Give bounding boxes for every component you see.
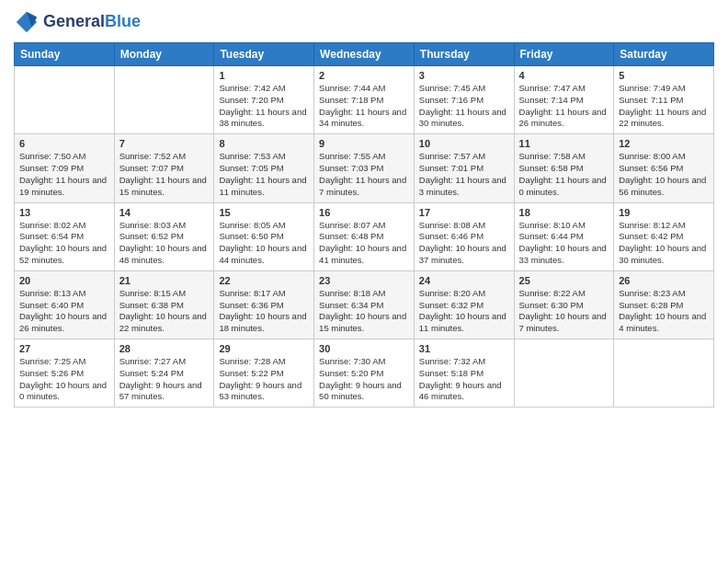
week-row-3: 20Sunrise: 8:13 AM Sunset: 6:40 PM Dayli… (15, 270, 714, 339)
day-cell: 9Sunrise: 7:55 AM Sunset: 7:03 PM Daylig… (314, 134, 415, 202)
day-number: 2 (319, 70, 409, 81)
day-cell: 16Sunrise: 8:07 AM Sunset: 6:48 PM Dayli… (314, 202, 415, 270)
page: GeneralBlue SundayMondayTuesdayWednesday… (0, 0, 728, 563)
day-cell (114, 66, 214, 134)
day-cell: 23Sunrise: 8:18 AM Sunset: 6:34 PM Dayli… (314, 270, 415, 339)
day-number: 22 (219, 275, 309, 286)
day-info: Sunrise: 8:08 AM Sunset: 6:46 PM Dayligh… (419, 220, 509, 267)
day-number: 3 (419, 70, 509, 81)
day-info: Sunrise: 8:03 AM Sunset: 6:52 PM Dayligh… (119, 220, 210, 267)
weekday-header-sunday: Sunday (15, 43, 115, 66)
day-cell: 6Sunrise: 7:50 AM Sunset: 7:09 PM Daylig… (15, 134, 115, 202)
day-info: Sunrise: 7:45 AM Sunset: 7:16 PM Dayligh… (419, 83, 509, 130)
day-number: 30 (319, 343, 409, 354)
day-number: 29 (219, 343, 309, 354)
day-cell (15, 66, 115, 134)
day-info: Sunrise: 8:02 AM Sunset: 6:54 PM Dayligh… (19, 220, 109, 267)
day-info: Sunrise: 7:53 AM Sunset: 7:05 PM Dayligh… (219, 151, 309, 198)
day-info: Sunrise: 8:23 AM Sunset: 6:28 PM Dayligh… (619, 288, 709, 335)
day-info: Sunrise: 7:57 AM Sunset: 7:01 PM Dayligh… (419, 151, 509, 198)
day-cell: 7Sunrise: 7:52 AM Sunset: 7:07 PM Daylig… (114, 134, 214, 202)
day-cell: 14Sunrise: 8:03 AM Sunset: 6:52 PM Dayli… (114, 202, 214, 270)
day-info: Sunrise: 7:55 AM Sunset: 7:03 PM Dayligh… (319, 151, 409, 198)
day-cell: 27Sunrise: 7:25 AM Sunset: 5:26 PM Dayli… (15, 339, 115, 408)
day-info: Sunrise: 8:10 AM Sunset: 6:44 PM Dayligh… (519, 220, 609, 267)
day-info: Sunrise: 8:13 AM Sunset: 6:40 PM Dayligh… (19, 288, 109, 335)
day-number: 27 (19, 343, 109, 354)
logo-icon (14, 9, 40, 35)
day-info: Sunrise: 7:58 AM Sunset: 6:58 PM Dayligh… (519, 151, 609, 198)
weekday-header-saturday: Saturday (614, 43, 714, 66)
day-number: 20 (19, 275, 109, 286)
day-info: Sunrise: 8:05 AM Sunset: 6:50 PM Dayligh… (219, 220, 309, 267)
day-number: 4 (519, 70, 609, 81)
day-cell: 8Sunrise: 7:53 AM Sunset: 7:05 PM Daylig… (214, 134, 314, 202)
day-number: 7 (119, 138, 210, 149)
day-number: 24 (419, 275, 509, 286)
day-info: Sunrise: 8:15 AM Sunset: 6:38 PM Dayligh… (119, 288, 210, 335)
day-number: 23 (319, 275, 409, 286)
day-cell: 30Sunrise: 7:30 AM Sunset: 5:20 PM Dayli… (314, 339, 415, 408)
day-info: Sunrise: 7:42 AM Sunset: 7:20 PM Dayligh… (219, 83, 309, 130)
day-number: 21 (119, 275, 210, 286)
day-number: 25 (519, 275, 609, 286)
day-number: 11 (519, 138, 609, 149)
day-cell: 25Sunrise: 8:22 AM Sunset: 6:30 PM Dayli… (514, 270, 614, 339)
day-cell: 28Sunrise: 7:27 AM Sunset: 5:24 PM Dayli… (114, 339, 214, 408)
day-number: 14 (119, 207, 210, 218)
day-info: Sunrise: 7:44 AM Sunset: 7:18 PM Dayligh… (319, 83, 409, 130)
day-number: 6 (19, 138, 109, 149)
day-number: 8 (219, 138, 309, 149)
day-cell: 13Sunrise: 8:02 AM Sunset: 6:54 PM Dayli… (15, 202, 115, 270)
day-cell: 17Sunrise: 8:08 AM Sunset: 6:46 PM Dayli… (414, 202, 514, 270)
weekday-header-row: SundayMondayTuesdayWednesdayThursdayFrid… (15, 43, 714, 66)
day-info: Sunrise: 8:20 AM Sunset: 6:32 PM Dayligh… (419, 288, 509, 335)
day-cell: 22Sunrise: 8:17 AM Sunset: 6:36 PM Dayli… (214, 270, 314, 339)
day-cell: 19Sunrise: 8:12 AM Sunset: 6:42 PM Dayli… (614, 202, 714, 270)
day-info: Sunrise: 8:22 AM Sunset: 6:30 PM Dayligh… (519, 288, 609, 335)
day-number: 19 (619, 207, 709, 218)
day-number: 13 (19, 207, 109, 218)
day-number: 17 (419, 207, 509, 218)
day-number: 10 (419, 138, 509, 149)
day-cell: 31Sunrise: 7:32 AM Sunset: 5:18 PM Dayli… (414, 339, 514, 408)
day-info: Sunrise: 7:32 AM Sunset: 5:18 PM Dayligh… (419, 356, 509, 403)
day-cell: 11Sunrise: 7:58 AM Sunset: 6:58 PM Dayli… (514, 134, 614, 202)
week-row-0: 1Sunrise: 7:42 AM Sunset: 7:20 PM Daylig… (15, 66, 714, 134)
day-number: 16 (319, 207, 409, 218)
weekday-header-thursday: Thursday (414, 43, 514, 66)
day-info: Sunrise: 8:00 AM Sunset: 6:56 PM Dayligh… (619, 151, 709, 198)
day-cell: 21Sunrise: 8:15 AM Sunset: 6:38 PM Dayli… (114, 270, 214, 339)
day-number: 5 (619, 70, 709, 81)
day-info: Sunrise: 8:07 AM Sunset: 6:48 PM Dayligh… (319, 220, 409, 267)
weekday-header-monday: Monday (114, 43, 214, 66)
day-cell (614, 339, 714, 408)
day-info: Sunrise: 8:12 AM Sunset: 6:42 PM Dayligh… (619, 220, 709, 267)
day-info: Sunrise: 7:30 AM Sunset: 5:20 PM Dayligh… (319, 356, 409, 403)
day-info: Sunrise: 7:50 AM Sunset: 7:09 PM Dayligh… (19, 151, 109, 198)
day-number: 1 (219, 70, 309, 81)
logo-text: GeneralBlue (43, 13, 141, 31)
day-cell: 4Sunrise: 7:47 AM Sunset: 7:14 PM Daylig… (514, 66, 614, 134)
weekday-header-friday: Friday (514, 43, 614, 66)
day-info: Sunrise: 7:28 AM Sunset: 5:22 PM Dayligh… (219, 356, 309, 403)
week-row-2: 13Sunrise: 8:02 AM Sunset: 6:54 PM Dayli… (15, 202, 714, 270)
day-number: 12 (619, 138, 709, 149)
day-info: Sunrise: 7:47 AM Sunset: 7:14 PM Dayligh… (519, 83, 609, 130)
day-cell: 24Sunrise: 8:20 AM Sunset: 6:32 PM Dayli… (414, 270, 514, 339)
day-info: Sunrise: 8:17 AM Sunset: 6:36 PM Dayligh… (219, 288, 309, 335)
day-number: 26 (619, 275, 709, 286)
day-info: Sunrise: 7:52 AM Sunset: 7:07 PM Dayligh… (119, 151, 210, 198)
week-row-1: 6Sunrise: 7:50 AM Sunset: 7:09 PM Daylig… (15, 134, 714, 202)
day-cell: 18Sunrise: 8:10 AM Sunset: 6:44 PM Dayli… (514, 202, 614, 270)
calendar: SundayMondayTuesdayWednesdayThursdayFrid… (14, 42, 714, 408)
day-cell: 2Sunrise: 7:44 AM Sunset: 7:18 PM Daylig… (314, 66, 415, 134)
day-cell (514, 339, 614, 408)
day-cell: 15Sunrise: 8:05 AM Sunset: 6:50 PM Dayli… (214, 202, 314, 270)
day-cell: 5Sunrise: 7:49 AM Sunset: 7:11 PM Daylig… (614, 66, 714, 134)
day-info: Sunrise: 7:25 AM Sunset: 5:26 PM Dayligh… (19, 356, 109, 403)
day-number: 9 (319, 138, 409, 149)
day-number: 18 (519, 207, 609, 218)
day-cell: 20Sunrise: 8:13 AM Sunset: 6:40 PM Dayli… (15, 270, 115, 339)
day-info: Sunrise: 8:18 AM Sunset: 6:34 PM Dayligh… (319, 288, 409, 335)
